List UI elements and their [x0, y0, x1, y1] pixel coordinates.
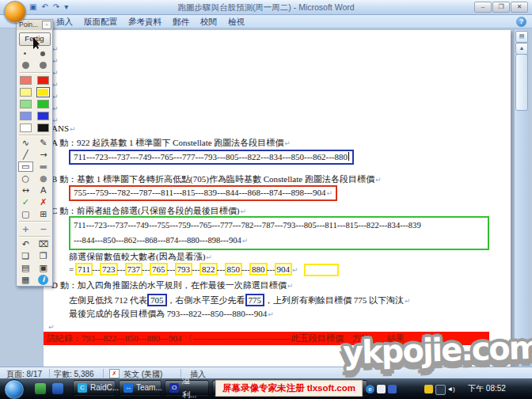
color-swatch-blue[interactable] — [37, 112, 49, 120]
taskbar-button-teamviewer[interactable]: ↔ Team... — [119, 380, 162, 396]
recorder-trial-banner[interactable]: 屏幕录像专家未注册 tlxsoft.com — [215, 380, 363, 397]
tab-references[interactable]: 參考資料 — [123, 14, 167, 28]
ellipse-icon[interactable]: ○ — [18, 173, 33, 184]
step-b-values-annotation-box: 755---759---782---787---811---815---839-… — [69, 185, 337, 201]
quicklaunch-icon-2[interactable] — [52, 383, 63, 394]
line-icon[interactable]: ╱ — [18, 150, 33, 160]
tray-network-icon[interactable] — [435, 385, 446, 395]
yellow-annotation-box: 850 — [225, 263, 243, 276]
raidcall-icon: C — [78, 383, 87, 393]
ans-line: ANS↵ — [51, 123, 76, 135]
ruler-toggle-icon[interactable]: ▤ — [515, 31, 528, 43]
help-icon[interactable]: ? — [516, 17, 526, 27]
filled-ellipse-icon[interactable]: ● — [36, 173, 51, 184]
yellow-annotation-box: 880 — [249, 263, 268, 276]
double-arrow-icon[interactable]: ↔ — [18, 185, 33, 196]
step-a-values-annotation-box: 711---723---737---749---765---777---793-… — [69, 150, 354, 165]
tab-mailings[interactable]: 郵件 — [167, 14, 195, 28]
tab-view[interactable]: 檢視 — [222, 14, 250, 28]
qat-dropdown-icon[interactable]: ▾ — [64, 2, 68, 11]
scroll-up-icon[interactable]: ▲ — [515, 43, 528, 55]
document-page[interactable]: ↵ ↵ ↵ ↵ ↵ ↵ ↵ ANS↵ A 動：922 起跌基數 1 標準圖下 C… — [44, 30, 511, 367]
office-button[interactable] — [4, 1, 26, 23]
color-swatch-light-yellow[interactable] — [20, 88, 32, 97]
pen-size-large-icon[interactable] — [22, 62, 29, 69]
quicklaunch-icon-1[interactable] — [35, 383, 46, 394]
text-tool-icon[interactable]: A — [36, 185, 51, 196]
save-icon[interactable]: ▣ — [36, 263, 51, 273]
pointofix-minimize-icon[interactable]: ▫ — [42, 21, 51, 29]
plus-icon[interactable]: + — [18, 224, 33, 234]
undo-icon[interactable]: ↶ — [41, 2, 48, 11]
color-swatch-red[interactable] — [37, 76, 49, 85]
paragraph-mark: ↵ — [292, 266, 298, 274]
copy-icon[interactable]: ❐ — [36, 251, 51, 261]
paragraph-mark: ↵ — [52, 93, 59, 101]
paragraph-mark: ↵ — [52, 57, 59, 65]
tab-insert[interactable]: 插入 — [51, 14, 78, 28]
color-swatch-green[interactable] — [37, 100, 49, 108]
vertical-scrollbar[interactable]: ▤ ▲ — [514, 30, 528, 367]
windows-start-button[interactable] — [4, 379, 25, 399]
title-bar: 跑圖步驟與台股預測(周一周二) - Microsoft Word – ❐ ✕ — [0, 0, 532, 15]
step-d-rule-line: 左側見低找 712 代表705，右側水平至少先看775，上列所有剩餘目標價 77… — [69, 294, 411, 306]
divider — [103, 369, 104, 378]
color-swatch-yellow[interactable] — [37, 88, 49, 97]
color-swatch-black[interactable] — [37, 124, 49, 132]
rectangle-icon[interactable]: ▭ — [18, 162, 33, 172]
tray-volume-icon[interactable]: ◄) — [446, 385, 455, 393]
paragraph-mark: ↵ — [48, 323, 55, 331]
divider — [19, 72, 50, 74]
save-icon[interactable]: ▣ — [29, 2, 36, 11]
color-swatch-light-red[interactable] — [20, 76, 32, 85]
yellow-annotation-box: 765 — [150, 263, 168, 276]
taskbar-button-raidcall[interactable]: C RaidC... — [73, 380, 116, 396]
new-page-icon[interactable]: ❏ — [18, 251, 33, 261]
window-title: 跑圖步驟與台股預測(周一周二) - Microsoft Word — [0, 2, 532, 13]
spellcheck-icon[interactable]: ✗ — [109, 369, 120, 378]
info-icon[interactable]: i — [38, 275, 48, 285]
color-swatch-light-blue[interactable] — [20, 112, 32, 120]
paragraph-mark: ↵ — [284, 139, 291, 147]
tab-review[interactable]: 校閱 — [195, 14, 222, 28]
minimize-button[interactable]: – — [474, 2, 492, 13]
pointofix-titlebar[interactable]: Poin... ▫ — [17, 20, 52, 30]
taskbar-button-3[interactable]: O 溢利... — [165, 380, 209, 396]
color-swatch-white[interactable] — [20, 124, 32, 132]
check-icon[interactable]: ✓ — [18, 197, 33, 207]
screenshot-icon[interactable]: ▦ — [18, 275, 33, 285]
pen-size-xlarge-icon[interactable] — [40, 62, 47, 69]
minus-icon[interactable]: − — [36, 224, 51, 234]
tray-shield-icon[interactable] — [424, 385, 433, 393]
tab-page-layout[interactable]: 版面配置 — [78, 14, 123, 28]
paragraph-mark: ↵ — [206, 253, 212, 261]
color-swatch-light-green[interactable] — [20, 100, 32, 108]
scrollbar-thumb[interactable] — [515, 54, 528, 111]
step-b-label: B 動：基數 1 標準圖下各轉折高低點(705)作為臨時基數 Constella… — [51, 173, 381, 185]
pen-size-small-icon[interactable] — [24, 52, 26, 55]
close-button[interactable]: ✕ — [511, 2, 528, 13]
zoom-rect-icon[interactable]: ⊞ — [36, 209, 51, 219]
pencil-icon[interactable]: ✎ — [36, 138, 51, 148]
arrow-icon[interactable]: → — [36, 150, 51, 160]
trash-icon[interactable]: ⌧ — [36, 239, 51, 249]
taskbar: C RaidC... ↔ Team... O 溢利... 屏幕录像专家未注册 t… — [0, 378, 532, 399]
print-icon[interactable]: ▤ — [18, 263, 33, 273]
taskbar-clock[interactable]: 下午 08:52 — [462, 378, 511, 399]
empty-yellow-annotation-box — [304, 264, 339, 276]
filled-rectangle-icon[interactable]: ▬ — [36, 162, 51, 172]
paragraph-mark: ↵ — [52, 45, 59, 53]
tray-icon-1[interactable]: e — [366, 385, 374, 393]
select-rect-icon[interactable]: ▢ — [18, 209, 33, 219]
freehand-icon[interactable]: ∿ — [18, 138, 33, 148]
paragraph-mark: ↵ — [405, 297, 411, 305]
undo-icon[interactable]: ↶ — [18, 239, 33, 249]
restore-button[interactable]: ❐ — [492, 2, 510, 13]
tray-icon-2[interactable] — [377, 385, 386, 393]
yellow-annotation-box: 822 — [200, 263, 218, 276]
cross-icon[interactable]: ✗ — [36, 197, 51, 207]
tray-icon-3[interactable] — [388, 385, 397, 393]
redo-icon[interactable]: ↷ — [53, 2, 59, 11]
pen-size-medium-icon[interactable] — [40, 51, 45, 56]
teamviewer-icon: ↔ — [124, 383, 133, 393]
